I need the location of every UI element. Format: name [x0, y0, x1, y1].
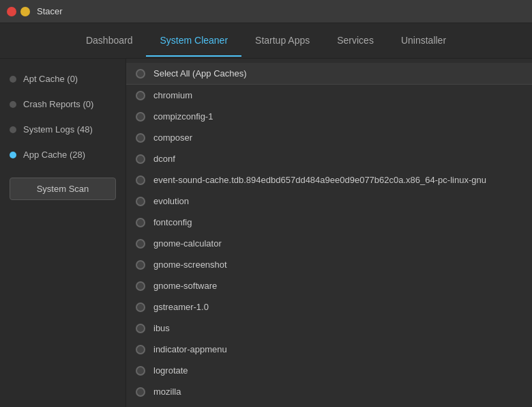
item-label-mozilla: mozilla	[153, 387, 181, 397]
list-panel: Select All (App Caches) chromium compizc…	[126, 59, 532, 407]
list-item[interactable]: gnome-screenshot	[126, 254, 532, 275]
item-radio-gnome-software	[136, 281, 145, 291]
sidebar-item-system-logs[interactable]: System Logs (48)	[0, 117, 125, 141]
sidebar-label-app-cache: App Cache (28)	[23, 150, 85, 160]
item-radio-composer	[136, 133, 145, 143]
sidebar-label-apt-cache: Apt Cache (0)	[23, 74, 78, 84]
item-label-fontconfig: fontconfig	[153, 217, 192, 227]
list-item[interactable]: indicator-appmenu	[126, 339, 532, 360]
select-all-label: Select All (App Caches)	[153, 68, 247, 79]
item-radio-ibus	[136, 324, 145, 333]
tab-services[interactable]: Services	[323, 25, 387, 57]
sidebar-dot-app-cache	[10, 152, 16, 158]
list-scroll[interactable]: Select All (App Caches) chromium compizc…	[126, 59, 532, 407]
list-item[interactable]: evolution	[126, 191, 532, 212]
item-label-compizconfig: compizconfig-1	[153, 111, 213, 122]
item-label-gnome-software: gnome-software	[153, 281, 217, 291]
close-button[interactable]	[7, 7, 16, 16]
list-item[interactable]: compizconfig-1	[126, 106, 532, 127]
sidebar-item-apt-cache[interactable]: Apt Cache (0)	[0, 67, 125, 91]
item-radio-fontconfig	[136, 218, 145, 227]
item-label-gnome-screenshot: gnome-screenshot	[153, 259, 227, 270]
system-scan-button[interactable]: System Scan	[10, 178, 116, 200]
sidebar-dot-apt-cache	[10, 76, 16, 83]
item-radio-event-sound	[136, 176, 145, 185]
list-item[interactable]: mozilla	[126, 381, 532, 402]
item-label-chromium: chromium	[153, 90, 192, 100]
app-title: Stacer	[37, 6, 63, 16]
item-radio-gnome-screenshot	[136, 260, 145, 270]
item-label-evolution: evolution	[153, 196, 189, 206]
sidebar-item-app-cache[interactable]: App Cache (28)	[0, 143, 125, 167]
list-item[interactable]: chromium	[126, 85, 532, 106]
item-radio-indicator-appmenu	[136, 345, 145, 354]
item-radio-gnome-calculator	[136, 239, 145, 249]
item-radio-dconf	[136, 154, 145, 164]
sidebar-item-crash-reports[interactable]: Crash Reports (0)	[0, 92, 125, 116]
item-radio-gstreamer	[136, 303, 145, 312]
item-radio-evolution	[136, 197, 145, 206]
item-radio-mozilla	[136, 387, 145, 397]
tab-uninstaller[interactable]: Uninstaller	[387, 25, 460, 57]
list-item[interactable]: gnome-software	[126, 275, 532, 296]
list-item[interactable]: ibus	[126, 318, 532, 339]
list-item[interactable]: fontconfig	[126, 212, 532, 233]
list-item[interactable]: logrotate	[126, 360, 532, 381]
tab-startup-apps[interactable]: Startup Apps	[241, 25, 323, 57]
item-label-composer: composer	[153, 132, 192, 143]
nav-tabs: Dashboard System Cleaner Startup Apps Se…	[0, 23, 532, 59]
list-item[interactable]: gstreamer-1.0	[126, 296, 532, 318]
sidebar-dot-system-logs	[10, 126, 16, 133]
list-item[interactable]: event-sound-cache.tdb.894edbd657dd484a9e…	[126, 169, 532, 191]
tab-system-cleaner[interactable]: System Cleaner	[146, 25, 241, 57]
item-label-gstreamer: gstreamer-1.0	[153, 302, 209, 312]
titlebar: Stacer	[0, 0, 532, 23]
item-label-ibus: ibus	[153, 323, 170, 333]
list-item[interactable]: dconf	[126, 148, 532, 169]
sidebar-dot-crash-reports	[10, 101, 16, 108]
sidebar-label-crash-reports: Crash Reports (0)	[23, 99, 93, 109]
list-item[interactable]: composer	[126, 127, 532, 148]
item-label-gnome-calculator: gnome-calculator	[153, 238, 222, 249]
select-all-radio	[136, 69, 145, 79]
tab-dashboard[interactable]: Dashboard	[72, 25, 147, 57]
item-radio-compizconfig	[136, 112, 145, 122]
list-item[interactable]: gnome-calculator	[126, 233, 532, 254]
item-label-logrotate: logrotate	[153, 365, 188, 376]
item-label-dconf: dconf	[153, 154, 175, 164]
sidebar: Apt Cache (0) Crash Reports (0) System L…	[0, 59, 126, 407]
window-controls	[7, 7, 30, 16]
item-radio-chromium	[136, 91, 145, 100]
list-select-all[interactable]: Select All (App Caches)	[126, 63, 532, 85]
sidebar-label-system-logs: System Logs (48)	[23, 124, 93, 135]
item-label-event-sound: event-sound-cache.tdb.894edbd657dd484a9e…	[153, 175, 486, 185]
minimize-button[interactable]	[20, 7, 30, 16]
item-label-indicator-appmenu: indicator-appmenu	[153, 344, 227, 354]
item-radio-logrotate	[136, 366, 145, 376]
main-content: Apt Cache (0) Crash Reports (0) System L…	[0, 59, 532, 407]
